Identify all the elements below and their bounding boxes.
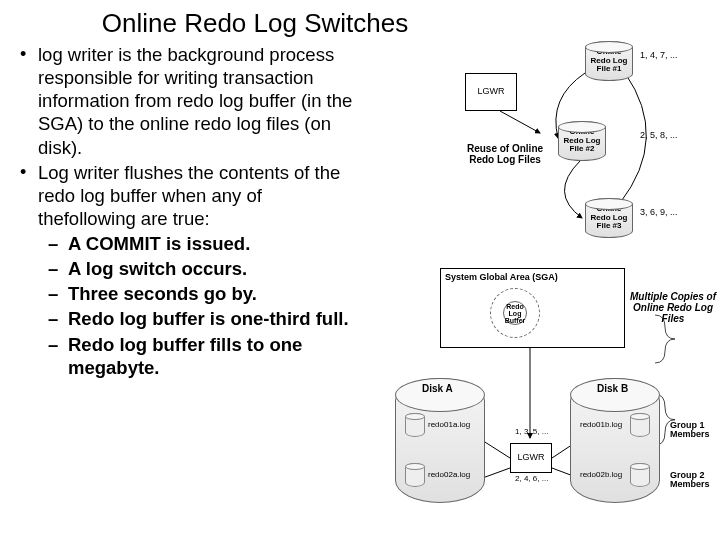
- redo02a-label: redo02a.log: [428, 471, 470, 480]
- svg-line-0: [500, 111, 540, 133]
- bullet-2: Log writer flushes the contents of the r…: [16, 161, 362, 379]
- lgwr-box-top: LGWR: [465, 73, 517, 111]
- sub-1: A COMMIT is issued.: [38, 232, 362, 255]
- multi-copies-label: Multiple Copies of Online Redo Log Files: [628, 291, 718, 324]
- group2-label: Group 2 Members: [670, 471, 720, 489]
- bullet-list: log writer is the background process res…: [16, 43, 362, 379]
- disk-a-label: Disk A: [422, 383, 453, 394]
- group1-label: Group 1 Members: [670, 421, 720, 439]
- redo02b-label: redo02b.log: [580, 471, 622, 480]
- redo01a-cyl: [405, 413, 425, 437]
- sub-4: Redo log buffer is one-third full.: [38, 307, 362, 330]
- reuse-label: Reuse of Online Redo Log Files: [460, 143, 550, 165]
- sga-label: System Global Area (SGA): [445, 273, 558, 283]
- bullet-1: log writer is the background process res…: [16, 43, 362, 159]
- seq-2: 2, 5, 8, ...: [640, 131, 678, 141]
- redo-file-2: Online Redo Log File #2: [558, 121, 606, 161]
- seq-a: 1, 3, 5, ...: [515, 428, 548, 437]
- disk-b-label: Disk B: [597, 383, 628, 394]
- seq-b: 2, 4, 6, ...: [515, 475, 548, 484]
- seq-3: 3, 6, 9, ...: [640, 208, 678, 218]
- text-column: log writer is the background process res…: [0, 43, 370, 535]
- sub-3: Three seconds go by.: [38, 282, 362, 305]
- redo-file-1: Online Redo Log File #1: [585, 41, 633, 81]
- bullet-2-text: Log writer flushes the contents of the r…: [38, 162, 340, 229]
- content-area: log writer is the background process res…: [0, 43, 720, 535]
- sub-list: A COMMIT is issued. A log switch occurs.…: [38, 232, 362, 379]
- sub-5: Redo log buffer fills to one megabyte.: [38, 333, 362, 379]
- diagram-area: LGWR Reuse of Online Redo Log Files Onli…: [370, 43, 720, 535]
- sub-2: A log switch occurs.: [38, 257, 362, 280]
- redo02a-cyl: [405, 463, 425, 487]
- redo-file-3: Online Redo Log File #3: [585, 198, 633, 238]
- redo01a-label: redo01a.log: [428, 421, 470, 430]
- redo02b-cyl: [630, 463, 650, 487]
- redo01b-label: redo01b.log: [580, 421, 622, 430]
- seq-1: 1, 4, 7, ...: [640, 51, 678, 61]
- redo-buffer: Redo Log Buffer: [503, 301, 527, 325]
- redo01b-cyl: [630, 413, 650, 437]
- lgwr-box-bottom: LGWR: [510, 443, 552, 473]
- page-title: Online Redo Log Switches: [40, 0, 470, 43]
